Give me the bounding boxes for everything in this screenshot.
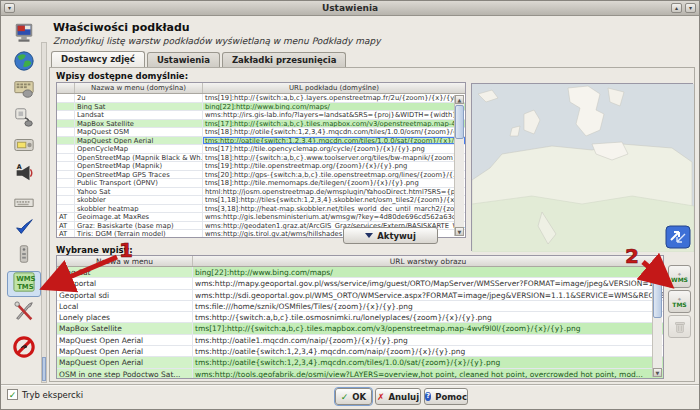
window-shade-button[interactable]: ▴	[671, 3, 682, 13]
sidebar-item-validator[interactable]	[7, 216, 41, 242]
scroll-down-icon[interactable]: ▼	[653, 368, 662, 377]
country-column-header[interactable]	[57, 83, 75, 93]
sidebar-item-projector[interactable]	[7, 134, 41, 160]
table-row[interactable]: Geoportalwms:http://mapy.geoportal.gov.p…	[57, 278, 663, 289]
entry-url-cell: html:http://josm.openstreetmap.de/wmsplu…	[203, 188, 465, 196]
add-tms-button[interactable]: ⌖TMS	[668, 290, 691, 313]
selected-table-scrollbar[interactable]: ▲ ▼	[652, 268, 662, 377]
tab-settings[interactable]: Ustawienia	[147, 52, 220, 67]
entry-name-cell: Lonely places	[57, 312, 193, 322]
tab-offset-bookmarks[interactable]: Zakładki przesunięcia	[222, 52, 347, 67]
table-row[interactable]: MapQuest Open Aerialtms:http://oatile{sw…	[57, 346, 663, 357]
sidebar-item-plugins[interactable]	[7, 336, 41, 362]
down-triangle-icon	[365, 233, 373, 238]
table-row[interactable]: skobblertms[1,18]:http://tiles{switch:1,…	[57, 196, 465, 205]
map-download-button[interactable]	[666, 226, 690, 248]
tab-providers[interactable]: Dostawcy zdjęć	[51, 51, 145, 67]
table-row[interactable]: Bing Satbing[22]:http://www.bing.com/map…	[57, 103, 465, 112]
entry-toolbar: ⌖WMS⌖TMS	[668, 265, 692, 340]
entry-name-cell: Geoportal	[57, 278, 193, 288]
sidebar-item-tools[interactable]	[7, 300, 41, 326]
table-row[interactable]: OpenStreetMap GPS Tracestms[20]:http://g…	[57, 171, 465, 180]
table-row[interactable]: MapQuest Open Aerialtms:http://oatile{sw…	[57, 137, 465, 146]
scroll-down-icon[interactable]: ▼	[455, 227, 464, 236]
name-column-header[interactable]: Nazwa w menu (domyślna)	[75, 83, 203, 93]
entry-url-cell: tms[17]:http://{switch:a,b,c}.tiles.mapb…	[193, 323, 663, 333]
entry-url-cell: tms:http://oatile1.mqcdn.com/naip/{zoom}…	[193, 335, 663, 345]
table-row[interactable]: OSM in one step Podoctwo Sat...wms:http:…	[57, 369, 663, 379]
entry-name-cell: OSM in one step Podoctwo Sat...	[57, 369, 193, 379]
table-row[interactable]: Bing Satbing[22]:http://www.bing.com/map…	[57, 267, 663, 278]
checkbox-check-icon[interactable]: ✓	[7, 389, 18, 400]
entry-url-cell: wms:http://irs.gis-lab.info/?layers=land…	[203, 111, 465, 119]
entry-url-cell: tms[18]:http://{switch:a,b,c}.www.toolse…	[203, 154, 465, 162]
add-wms-button[interactable]: ⌖WMS	[668, 265, 691, 288]
expert-mode-checkbox[interactable]: ✓ Tryb ekspercki	[7, 389, 83, 400]
table-row[interactable]: Public Transport (ÖPNV)tms[18]:http://ti…	[57, 179, 465, 188]
activate-button-label: Aktywuj	[377, 231, 416, 241]
ok-button[interactable]: ✓ OK	[335, 388, 372, 405]
entry-name-cell: skobbler heatmap	[75, 205, 203, 213]
activate-button[interactable]: Aktywuj	[343, 227, 438, 244]
cancel-button[interactable]: ✗ Anuluj	[375, 388, 421, 405]
sidebar-item-display-settings[interactable]	[7, 22, 41, 48]
entry-url-cell: bing[22]:http://www.bing.com/maps/	[193, 267, 663, 277]
table-row[interactable]: Localtms:file:///home/sznik/OSMfiles/Til…	[57, 301, 663, 312]
table-row[interactable]: skobbler heatmaptms[3,18]:http://heat-ma…	[57, 205, 465, 214]
map-preview[interactable]	[471, 83, 693, 251]
delete-entry-button[interactable]	[668, 315, 691, 338]
footer-separator	[1, 384, 699, 385]
table-row[interactable]: Yahoo Sathtml:http://josm.openstreetmap.…	[57, 188, 465, 197]
table-row[interactable]: MapBox Satellitetms[17]:http://{switch:a…	[57, 323, 663, 334]
window-close-button[interactable]: ▾	[685, 3, 696, 13]
scroll-up-icon[interactable]: ▲	[653, 268, 662, 277]
sidebar-item-keyboard[interactable]	[7, 190, 41, 216]
page-subtitle: Zmodyfikuj listę warstw podkładów wyświe…	[53, 36, 380, 46]
entry-name-cell: Yahoo Sat	[75, 188, 203, 196]
table-row[interactable]: OpenCycleMaptms[17]:http://tile.opencycl…	[57, 145, 465, 154]
scroll-up-icon[interactable]: ▲	[455, 95, 464, 104]
country-cell	[57, 137, 75, 145]
country-cell	[57, 188, 75, 196]
table-row[interactable]: OpenStreetMap (Mapnik Black & Wh...tms[1…	[57, 154, 465, 163]
table-row[interactable]: Geoportal sdiwms:http://sdi.geoportal.go…	[57, 290, 663, 301]
url-column-header[interactable]: URL podkładu (domyślne)	[203, 83, 465, 93]
country-cell	[57, 205, 75, 213]
table-row[interactable]: 2utms[19]:http://{switch:a,b,c}.layers.o…	[57, 94, 465, 103]
titlebar[interactable]: ▾ Ustawienia ▴ ▾	[1, 1, 699, 16]
svg-text:TMS: TMS	[17, 283, 34, 291]
table-header: Nazwa w menu URL warstwy obrazu	[57, 256, 663, 267]
toolbar-settings-icon	[12, 78, 36, 104]
scrollbar-thumb[interactable]	[455, 105, 464, 139]
country-cell	[57, 94, 75, 102]
entry-name-cell: Geoportal sdi	[57, 290, 193, 300]
sidebar-scrollbar[interactable]	[41, 42, 47, 383]
sidebar-item-wms-tms-imagery[interactable]: WMSTMS	[7, 271, 41, 297]
table-row[interactable]: MapBox Satellitetms[17]:http://{switch:a…	[57, 120, 465, 129]
entry-name-cell: Bing Sat	[57, 267, 193, 277]
name-column-header[interactable]: Nazwa w menu	[57, 256, 193, 266]
help-button[interactable]: ? Pomoc	[424, 388, 468, 405]
table-row[interactable]: MapQuest Open Aerialtms:http://oatile{sw…	[57, 357, 663, 368]
url-column-header[interactable]: URL warstwy obrazu	[193, 256, 663, 266]
sidebar-item-audio[interactable]: A	[7, 162, 41, 188]
country-cell	[57, 145, 75, 153]
table-row[interactable]: Lonely placestms:http://{switch:a,b,c}.t…	[57, 312, 663, 323]
defaults-table-scrollbar[interactable]: ▲ ▼	[454, 95, 464, 236]
table-row[interactable]: MapQuest Open Aerialtms:http://oatile1.m…	[57, 335, 663, 346]
sidebar-scrollbar-thumb[interactable]	[42, 357, 46, 381]
entry-name-cell: skobbler	[75, 196, 203, 204]
table-row[interactable]: ATGeoimage.at MaxReswms:http://gis.leben…	[57, 213, 465, 222]
sidebar-item-remote-control[interactable]	[7, 243, 41, 269]
table-row[interactable]: OpenStreetMap (Mapnik)tms[19]:http://til…	[57, 162, 465, 171]
entry-name-cell: Local	[57, 301, 193, 311]
scrollbar-thumb[interactable]	[653, 282, 662, 318]
sidebar-item-connection[interactable]	[7, 106, 41, 132]
sidebar-item-globe[interactable]	[7, 50, 41, 76]
sidebar-item-toolbar-settings[interactable]	[7, 78, 41, 104]
entry-name-cell: MapQuest Open Aerial	[57, 357, 193, 367]
entry-url-cell: tms[3,18]:http://heat-map.skobbler.net/t…	[203, 205, 465, 213]
table-row[interactable]: Landsatwms:http://irs.gis-lab.info/?laye…	[57, 111, 465, 120]
table-row[interactable]: MapQuest OSMtms[18]:http://otile{switch:…	[57, 128, 465, 137]
selected-entries-table: Nazwa w menu URL warstwy obrazu Bing Sat…	[56, 255, 664, 379]
